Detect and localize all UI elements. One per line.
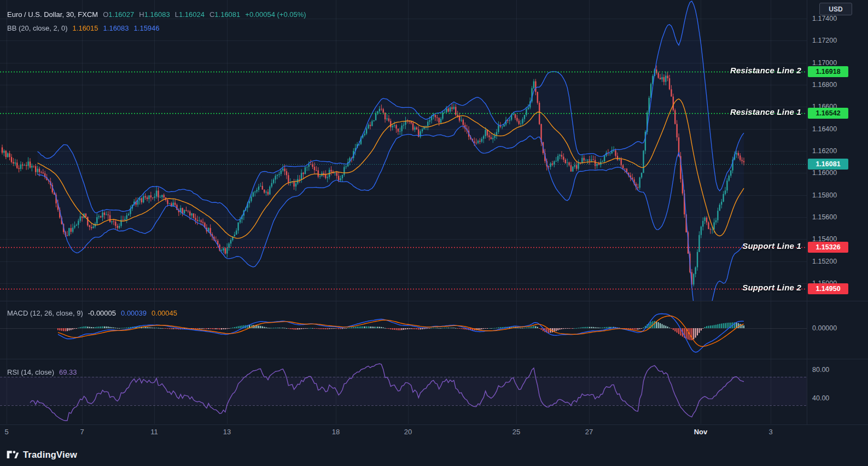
time-axis-label: 27 [585, 428, 593, 436]
macd-signal-value: 0.00045 [152, 309, 177, 317]
price-pane-canvas[interactable] [0, 0, 807, 301]
time-axis[interactable]: 57111318202527Nov3 [0, 425, 807, 440]
price-axis-tick: 1.16400 [812, 125, 837, 133]
resistance-line-1-price-badge: 1.16542 [808, 108, 848, 119]
price-axis-tick: 1.17200 [812, 37, 837, 45]
brand-name: TradingView [23, 450, 77, 460]
price-axis-tick: 1.15600 [812, 213, 837, 222]
rsi-upper-tick: 80.00 [812, 366, 829, 374]
resistance-line-2-price-badge: 1.16918 [808, 66, 848, 77]
ohlc-open: O1.16027 [103, 10, 134, 19]
time-axis-label: 18 [332, 428, 340, 436]
macd-indicator-title[interactable]: MACD (12, 26, close, 9) [7, 309, 83, 317]
ohlc-change: +0.00054 (+0.05%) [245, 10, 306, 19]
rsi-value: 69.33 [59, 368, 77, 376]
price-axis[interactable]: USD 1.174001.172001.170001.168001.166001… [807, 0, 868, 441]
pane-divider[interactable] [0, 359, 868, 359]
rsi-pane-canvas[interactable] [0, 359, 807, 424]
time-axis-label: 7 [80, 428, 84, 436]
time-axis-label: 3 [768, 428, 772, 436]
pane-divider[interactable] [0, 301, 868, 301]
time-axis-label: Nov [694, 428, 708, 436]
resistance-line-2-label[interactable]: Resistance Line 2 [730, 66, 801, 75]
macd-histogram-value: -0.00005 [88, 309, 116, 317]
ohlc-high: H1.16083 [139, 10, 170, 19]
price-axis-tick: 1.16800 [812, 81, 837, 89]
support-line-1-price-badge: 1.15326 [808, 242, 848, 253]
bb-upper-value: 1.16083 [103, 24, 129, 32]
price-axis-tick: 1.17400 [812, 15, 837, 23]
bb-lower-value: 1.15946 [134, 24, 160, 32]
macd-zero-tick: 0.00000 [812, 324, 837, 333]
resistance-line-1-label[interactable]: Resistance Line 1 [730, 107, 801, 116]
time-axis-label: 20 [404, 428, 412, 436]
price-axis-tick: 1.16200 [812, 147, 837, 155]
bb-basis-value: 1.16015 [73, 24, 98, 32]
symbol-title[interactable]: Euro / U.S. Dollar, 30, FXCM [7, 10, 98, 19]
support-line-2-label[interactable]: Support Line 2 [742, 283, 801, 292]
bb-indicator-title[interactable]: BB (20, close, 2, 0) [7, 24, 68, 32]
currency-unit-chip[interactable]: USD [819, 3, 852, 15]
price-axis-tick: 1.15200 [812, 258, 837, 266]
tradingview-chart-window: Euro / U.S. Dollar, 30, FXCM O1.16027 H1… [0, 0, 868, 466]
time-axis-label: 25 [512, 428, 520, 436]
ohlc-close: C1.16081 [209, 10, 240, 19]
rsi-indicator-title[interactable]: RSI (14, close) [7, 368, 54, 376]
rsi-lower-tick: 40.00 [812, 394, 829, 403]
tradingview-logo-icon [7, 448, 19, 461]
price-axis-tick: 1.15800 [812, 191, 837, 200]
time-axis-label: 5 [4, 428, 8, 436]
price-legend: Euro / U.S. Dollar, 30, FXCM O1.16027 H1… [7, 8, 306, 35]
tradingview-footer[interactable]: TradingView [7, 448, 77, 461]
last-price-badge: 1.16081 [808, 159, 848, 170]
time-axis-label: 13 [223, 428, 231, 436]
ohlc-low: L1.16024 [175, 10, 205, 19]
price-axis-tick: 1.16000 [812, 169, 837, 177]
time-axis-label: 11 [150, 428, 158, 436]
support-line-1-label[interactable]: Support Line 1 [742, 241, 801, 251]
rsi-legend: RSI (14, close) 69.33 [7, 366, 77, 377]
macd-line-value: 0.00039 [121, 309, 147, 317]
support-line-2-price-badge: 1.14950 [808, 283, 848, 294]
macd-legend: MACD (12, 26, close, 9) -0.00005 0.00039… [7, 307, 177, 318]
